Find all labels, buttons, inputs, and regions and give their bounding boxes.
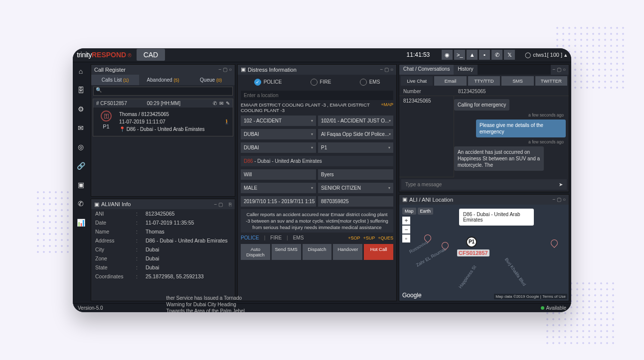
sel-category[interactable]: SENIOR CITIZEN▾ xyxy=(318,183,393,193)
link-ques[interactable]: +QUES xyxy=(378,236,393,240)
link-sop[interactable]: +SOP xyxy=(348,236,360,240)
map-balloon: D86 - Dubai - United Arab Emirates xyxy=(459,209,534,226)
subtab-sms[interactable]: SMS xyxy=(501,76,533,86)
walk-icon: 🚶 xyxy=(224,118,230,125)
btn-handover[interactable]: Handover xyxy=(333,244,362,260)
btn-send-sms[interactable]: Send SMS xyxy=(272,244,301,260)
tab-queue[interactable]: Queue (0) xyxy=(187,75,235,85)
box-icon[interactable]: ▣ xyxy=(78,181,84,189)
svc-fire[interactable]: FIRE xyxy=(270,235,282,240)
ali-ani-panel: ▣ALI/ANI Info− ▢⎘ ANI:8123425065 Date:11… xyxy=(91,199,235,301)
tab-chat[interactable]: Chat / Conversations xyxy=(399,64,454,75)
subtab-twitter[interactable]: TWITTER xyxy=(535,76,567,86)
call-card[interactable]: # CFS01285700:29 [HH:MM]✆✉✎ ⚿P1 Thomas /… xyxy=(93,99,233,136)
poi-icon xyxy=(549,238,559,248)
version: Version-5.0 xyxy=(78,305,103,311)
chat-input[interactable]: Type a message➤ xyxy=(401,179,567,190)
link-icon[interactable]: 🔗 xyxy=(77,162,85,170)
map-pin[interactable]: P1 xyxy=(466,237,477,247)
phone-icon[interactable]: ✆ xyxy=(213,101,217,106)
zoom-out[interactable]: − xyxy=(402,226,410,234)
ali-table: ANI:8123425065 Date:11-07-2019 11:35:55 … xyxy=(91,209,235,281)
svc-ems[interactable]: EMS xyxy=(293,235,304,240)
toolbar-icons: ◉ >_ ▲ ▪ ✆ 𝕏 xyxy=(442,50,515,60)
notes-field[interactable]: Caller reports an accident accured near … xyxy=(241,209,393,233)
map-panel: ▣ALI / ANI Location− ▢ ○ Map Earth + − ▫… xyxy=(399,194,569,301)
tab-abandoned[interactable]: Abandoned (5) xyxy=(139,75,187,85)
sidebar: ⌂ 🗄 ⚙ ✉ ◎ 🔗 ▣ ✆ 📊 xyxy=(73,62,89,303)
phone-icon[interactable]: ✆ xyxy=(491,50,502,60)
map-link[interactable]: +MAP xyxy=(381,102,393,113)
link-sup[interactable]: +SUP xyxy=(363,236,375,240)
tab-cad[interactable]: CAD xyxy=(137,49,165,61)
sel-emirate[interactable]: DUBAI▾ xyxy=(241,129,316,139)
globe2-icon[interactable]: ◎ xyxy=(78,143,84,151)
google-logo: Google xyxy=(402,292,422,299)
map-tab-earth[interactable]: Earth xyxy=(418,208,434,215)
shield-icon: ⚿ xyxy=(101,111,112,121)
radio-fire[interactable]: FIRE xyxy=(311,79,331,86)
bell-icon[interactable]: ▲ xyxy=(467,50,478,60)
chat-msg-out: Please give me details of the emergency xyxy=(476,120,566,137)
user-menu[interactable]: ◯ctws1[ 100 ]▴ xyxy=(525,52,567,58)
subtab-tty[interactable]: TTY/TTD xyxy=(468,76,500,86)
panel-title: ALI/ANI Info xyxy=(101,201,131,207)
subtab-email[interactable]: Email xyxy=(434,76,466,86)
field-phone[interactable]: 8870359825 xyxy=(318,196,393,207)
sel-type[interactable]: 102 - ACCIDENT▾ xyxy=(241,116,316,126)
map-canvas[interactable]: Map Earth + − ▫ D86 - Dubai - United Ara… xyxy=(399,205,569,301)
zoom-in[interactable]: + xyxy=(402,217,410,225)
ticker: ther Service has Issued a Tornado Warnin… xyxy=(163,292,253,312)
location-input[interactable]: Enter a location xyxy=(241,91,393,100)
twitter-icon[interactable]: 𝕏 xyxy=(504,50,515,60)
sel-subtype[interactable]: 102/01 - ACCIDENT JUST O...▾ xyxy=(318,116,393,126)
zoom-fit[interactable]: ▫ xyxy=(402,235,410,242)
status-available: Available xyxy=(541,305,566,311)
call-register-panel: Call Register− ▢ ○ Calls List (1) Abando… xyxy=(91,64,235,197)
stats-icon[interactable]: 📊 xyxy=(77,219,85,227)
panel-title: Distress Information xyxy=(248,67,297,73)
status-bar: Version-5.0 ther Service has Issued a To… xyxy=(73,303,571,312)
home-icon[interactable]: ⌂ xyxy=(79,67,83,75)
subtab-live[interactable]: Live Chat xyxy=(401,76,433,86)
panel-title: Call Register xyxy=(94,67,126,73)
map-case-label: CFS012857 xyxy=(457,249,489,256)
btn-dispatch[interactable]: Dispatch xyxy=(303,244,332,260)
sel-priority[interactable]: P1▾ xyxy=(318,142,393,153)
panel-controls[interactable]: − ▢ ○ xyxy=(219,67,232,72)
data-icon[interactable]: 🗄 xyxy=(77,86,84,94)
chat-contact[interactable]: 8123425065 xyxy=(399,96,454,177)
user-icon[interactable]: ▪ xyxy=(479,50,490,60)
btn-hot-call[interactable]: Hot Call xyxy=(364,244,393,260)
chat-msg-in: Calling for emergency xyxy=(454,99,509,111)
svc-police[interactable]: POLICE xyxy=(241,235,259,240)
sel-emirate2[interactable]: DUBAI▾ xyxy=(241,142,316,153)
globe-icon[interactable]: ◉ xyxy=(442,50,453,60)
map-tab-map[interactable]: Map xyxy=(402,208,416,215)
field-datetime[interactable]: 2019/7/10 1:15 - 2019/7/11 1:15 xyxy=(241,196,316,207)
field-lname[interactable]: Byers xyxy=(318,169,393,180)
call-icon[interactable]: ✆ xyxy=(78,200,84,208)
chat-panel: Chat / Conversations History − ▢ ○ Live … xyxy=(399,64,569,192)
settings-icon[interactable]: ⚙ xyxy=(78,105,84,113)
logo-trinity: trinityRESPOND ® xyxy=(77,51,132,59)
app-window: trinityRESPOND ® CAD 11:41:53 ◉ >_ ▲ ▪ ✆… xyxy=(73,48,571,312)
address-field: D86 - Dubai - United Arab Emirates xyxy=(241,156,393,166)
clock: 11:41:53 xyxy=(407,51,430,58)
sel-nearest[interactable]: Al Faqaa Opp Side Of Police...▾ xyxy=(318,129,393,139)
mail-icon[interactable]: ✉ xyxy=(78,124,84,132)
field-fname[interactable]: Will xyxy=(241,169,316,180)
radio-ems[interactable]: EMS xyxy=(360,79,380,86)
tab-history[interactable]: History xyxy=(454,64,477,75)
top-bar: trinityRESPOND ® CAD 11:41:53 ◉ >_ ▲ ▪ ✆… xyxy=(73,48,571,62)
chat-msg-in: An accident has just occurred on Happine… xyxy=(454,146,544,171)
send-icon[interactable]: ➤ xyxy=(559,182,563,187)
btn-auto-dispatch[interactable]: Auto Dispatch xyxy=(241,244,270,260)
terminal-icon[interactable]: >_ xyxy=(454,50,465,60)
mail-icon[interactable]: ✉ xyxy=(219,101,223,106)
edit-icon[interactable]: ✎ xyxy=(226,101,230,106)
tab-calls-list[interactable]: Calls List (1) xyxy=(91,75,139,85)
radio-police[interactable]: POLICE xyxy=(254,79,282,86)
search-input[interactable]: 🔍 xyxy=(93,87,233,96)
sel-gender[interactable]: MALE▾ xyxy=(241,183,316,193)
